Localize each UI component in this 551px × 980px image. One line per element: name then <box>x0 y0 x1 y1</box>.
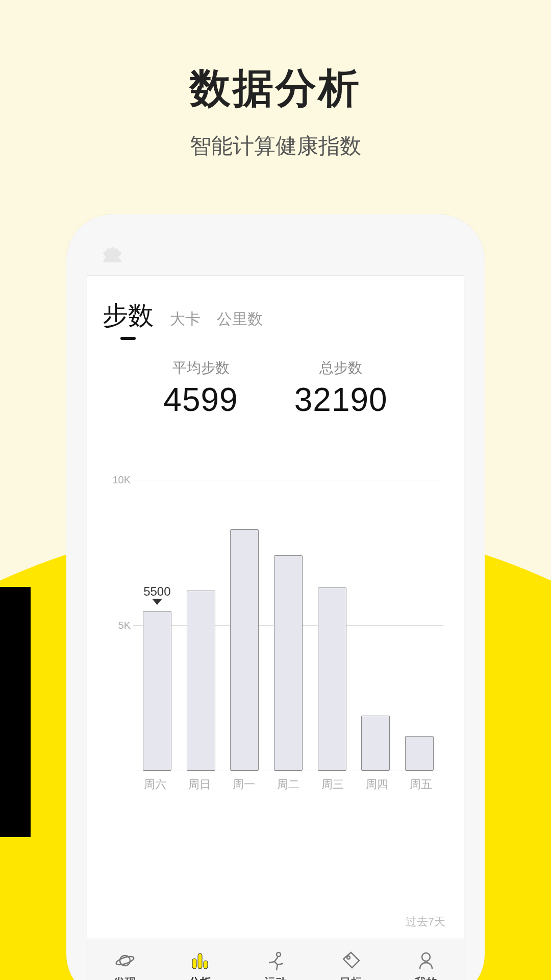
nav-mine-label: 我的 <box>415 975 437 981</box>
chart-bar <box>318 587 346 771</box>
stat-average-label: 平均步数 <box>163 358 238 378</box>
bottom-nav: 发现 分析 运动 <box>87 939 464 980</box>
chart-bar: 5500 <box>143 611 171 771</box>
svg-rect-9 <box>204 961 208 969</box>
steps-bar-chart: 5K10K5500 周六周日周一周二周三周四周五 <box>103 480 448 796</box>
chart-bar <box>405 736 434 771</box>
nav-discover[interactable]: 发现 <box>114 949 136 981</box>
phone-frame: 步数 大卡 公里数 平均步数 4599 总步数 32190 5K10K5500 … <box>66 214 485 980</box>
tag-icon <box>340 949 362 972</box>
nav-discover-label: 发现 <box>114 975 136 981</box>
chart-bar <box>274 555 303 771</box>
planet-icon <box>114 949 136 972</box>
chart-x-label: 周日 <box>185 777 214 792</box>
stat-total-label: 总步数 <box>294 358 388 378</box>
page-subtitle: 智能计算健康指数 <box>0 132 551 160</box>
stat-total-value: 32190 <box>294 381 388 419</box>
background-black-box <box>0 587 31 837</box>
tab-calories[interactable]: 大卡 <box>170 309 201 330</box>
page-title: 数据分析 <box>0 61 551 116</box>
svg-point-10 <box>277 952 281 957</box>
chart-x-label: 周三 <box>318 777 347 792</box>
stat-average-value: 4599 <box>163 381 238 419</box>
svg-rect-8 <box>198 953 202 969</box>
nav-sport[interactable]: 运动 <box>264 949 287 981</box>
chart-x-label: 周四 <box>363 777 391 792</box>
nav-analysis-label: 分析 <box>189 975 211 981</box>
phone-screen: 步数 大卡 公里数 平均步数 4599 总步数 32190 5K10K5500 … <box>87 276 464 980</box>
tab-distance[interactable]: 公里数 <box>217 309 263 330</box>
nav-goal-label: 目标 <box>340 975 362 981</box>
svg-rect-7 <box>192 959 196 969</box>
chart-x-label: 周一 <box>230 777 258 792</box>
metric-tabs: 步数 大卡 公里数 <box>87 276 464 333</box>
svg-point-6 <box>115 954 135 966</box>
chart-callout-arrow-icon <box>152 599 162 605</box>
summary-stats: 平均步数 4599 总步数 32190 <box>87 358 464 419</box>
chart-bar <box>361 716 390 771</box>
svg-point-12 <box>422 953 430 961</box>
nav-goal[interactable]: 目标 <box>340 949 362 981</box>
runner-icon <box>264 949 287 972</box>
stat-average: 平均步数 4599 <box>163 358 238 419</box>
chart-caption: 过去7天 <box>406 914 445 929</box>
stat-total: 总步数 32190 <box>294 358 388 419</box>
tab-steps[interactable]: 步数 <box>103 299 154 333</box>
chart-bar <box>230 529 259 771</box>
chart-x-label: 周五 <box>407 777 435 792</box>
chart-y-tick: 5K <box>103 620 131 631</box>
chart-bar <box>187 591 215 771</box>
chart-x-label: 周六 <box>141 777 169 792</box>
nav-sport-label: 运动 <box>264 975 287 981</box>
chart-x-label: 周二 <box>274 777 303 792</box>
person-icon <box>415 949 437 972</box>
nav-mine[interactable]: 我的 <box>415 949 437 981</box>
nav-analysis[interactable]: 分析 <box>189 949 211 981</box>
huawei-logo-icon <box>92 234 133 264</box>
bars-icon <box>189 949 211 972</box>
svg-point-11 <box>347 956 350 959</box>
chart-callout: 5500 <box>143 584 170 596</box>
chart-y-tick: 10K <box>103 474 131 486</box>
